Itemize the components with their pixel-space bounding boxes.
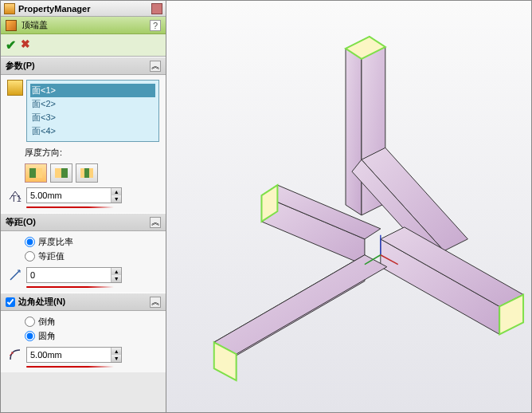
svg-marker-9 (346, 49, 362, 215)
pm-title: PropertyManager (18, 4, 90, 14)
cube-icon (6, 20, 17, 31)
thickness-input[interactable] (27, 191, 111, 200)
3d-viewport[interactable] (166, 1, 531, 412)
section-offset-body: 厚度比率 等距值 ▲▼ (1, 231, 166, 293)
chevron-up-icon[interactable]: ︽ (150, 217, 161, 228)
svg-rect-3 (61, 168, 68, 178)
section-params-title: 参数(P) (6, 60, 35, 72)
face-select-icon (7, 80, 23, 96)
spin-down[interactable]: ▼ (111, 355, 121, 362)
thickness-icon: T1 (7, 187, 23, 203)
help-button[interactable]: ? (150, 20, 161, 31)
annotation-line (26, 286, 114, 288)
svg-marker-20 (214, 255, 387, 354)
section-params-head[interactable]: 参数(P) ︽ (1, 57, 166, 75)
svg-rect-6 (89, 168, 93, 178)
svg-rect-0 (29, 168, 36, 178)
section-corner-title: 边角处理(N) (18, 296, 65, 308)
ok-button[interactable]: ✔ (6, 37, 16, 53)
section-params-body: 面<1> 面<2> 面<3> 面<4> 厚度方向: T1 ▲▼ (1, 75, 166, 213)
face-item[interactable]: 面<2> (30, 97, 155, 111)
face-item[interactable]: 面<3> (30, 111, 155, 124)
fillet-spinner[interactable]: ▲▼ (26, 347, 122, 363)
fillet-input[interactable] (27, 350, 111, 360)
face-selection-list[interactable]: 面<1> 面<2> 面<3> 面<4> (26, 80, 159, 142)
svg-rect-1 (36, 168, 42, 178)
section-corner-head[interactable]: 边角处理(N) ︽ (1, 293, 166, 311)
fillet-icon (7, 347, 23, 363)
feature-title-bar: 顶端盖 ? (1, 17, 166, 34)
dir-outward-button[interactable] (25, 163, 47, 183)
pushpin-controls (151, 3, 162, 14)
model-svg (166, 1, 531, 412)
cancel-button[interactable]: ✖ (21, 37, 30, 53)
feature-icon (4, 3, 15, 14)
annotation-line (26, 206, 114, 208)
property-manager-panel: PropertyManager 顶端盖 ? ✔ ✖ 参数(P) ︽ 面<1> 面… (1, 1, 166, 412)
section-offset-head[interactable]: 等距(O) ︽ (1, 213, 166, 231)
corner-chamfer-radio[interactable]: 倒角 (25, 316, 159, 328)
spin-up[interactable]: ▲ (111, 268, 121, 275)
svg-rect-2 (55, 168, 61, 178)
corner-enable-checkbox[interactable] (6, 297, 15, 307)
spin-up[interactable]: ▲ (111, 348, 121, 355)
offset-value-radio[interactable]: 等距值 (25, 250, 159, 262)
svg-rect-5 (84, 168, 89, 178)
offset-icon (7, 267, 23, 283)
spin-down[interactable]: ▼ (111, 195, 121, 203)
face-item[interactable]: 面<1> (30, 84, 155, 97)
section-corner-body: 倒角 圆角 ▲▼ (1, 311, 166, 372)
pm-header: PropertyManager (1, 1, 166, 17)
corner-fillet-radio[interactable]: 圆角 (25, 330, 159, 342)
svg-text:T1: T1 (11, 194, 22, 203)
svg-rect-4 (80, 168, 84, 178)
chevron-up-icon[interactable]: ︽ (150, 61, 161, 72)
dir-inward-button[interactable] (50, 163, 72, 183)
spin-down[interactable]: ▼ (111, 275, 121, 282)
offset-input[interactable] (27, 270, 111, 280)
face-item[interactable]: 面<4> (30, 124, 155, 138)
thickness-dir-label: 厚度方向: (7, 147, 159, 159)
offset-ratio-radio[interactable]: 厚度比率 (25, 236, 159, 248)
pushpin-icon[interactable] (151, 3, 162, 14)
feature-name: 顶端盖 (22, 19, 145, 31)
confirm-row: ✔ ✖ (1, 34, 166, 57)
annotation-line (26, 366, 114, 368)
offset-spinner[interactable]: ▲▼ (26, 267, 122, 283)
spin-up[interactable]: ▲ (111, 188, 121, 195)
chevron-up-icon[interactable]: ︽ (150, 297, 161, 308)
section-offset-title: 等距(O) (6, 216, 36, 228)
thickness-spinner[interactable]: ▲▼ (26, 187, 122, 203)
dir-both-button[interactable] (76, 163, 98, 183)
